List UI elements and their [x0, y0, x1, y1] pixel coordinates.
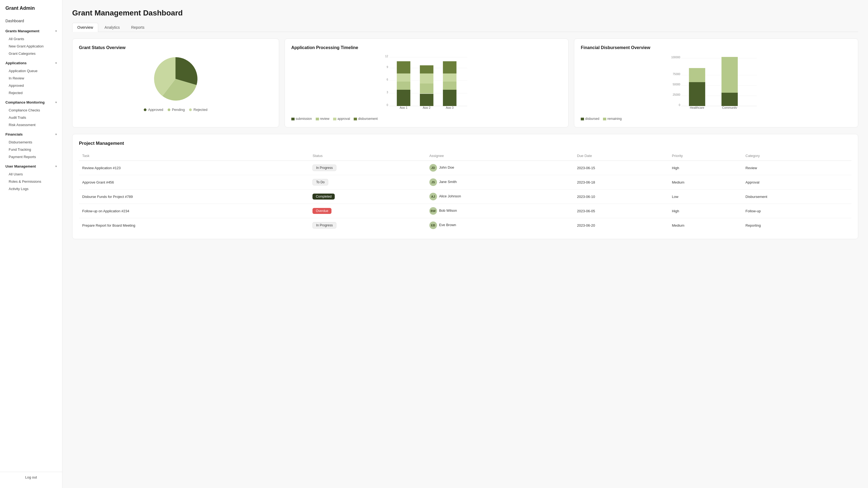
priority-cell-3: High [669, 204, 742, 218]
financial-disbursement-svg: 0 25000 50000 75000 100000 Healthcare [581, 55, 851, 109]
priority-cell-2: Low [669, 190, 742, 204]
bar-app1-approval [397, 73, 410, 82]
chevron-icon: ▾ [55, 133, 57, 136]
status-badge: Completed [312, 194, 335, 199]
sidebar-section-label-user-management: User Management [5, 164, 36, 168]
assignee-cell-4: EBEve Brown [426, 218, 574, 233]
legend-submission: submission [291, 117, 312, 121]
legend-disbursed: disbursed [581, 117, 599, 121]
svg-text:75000: 75000 [673, 73, 680, 76]
sidebar-section-label-applications: Applications [5, 61, 27, 65]
col-header-task: Task [79, 151, 309, 161]
bar-app1-review [397, 82, 410, 90]
sidebar-item-audit-trails[interactable]: Audit Trails [0, 114, 62, 121]
chevron-icon: ▾ [55, 165, 57, 168]
category-cell-1: Approval [742, 175, 851, 190]
bar-community-disbursed [721, 93, 738, 106]
assignee-name: Eve Brown [439, 223, 456, 227]
avatar: EB [429, 222, 437, 229]
pie-chart [151, 55, 200, 103]
main-content: Grant Management Dashboard OverviewAnaly… [62, 0, 868, 488]
table-row: Follow-up on Application #234OverdueBWBo… [79, 204, 851, 218]
sidebar-item-rejected[interactable]: Rejected [0, 89, 62, 97]
svg-text:50000: 50000 [673, 83, 680, 86]
sidebar-section-compliance-monitoring: Compliance Monitoring▾Compliance ChecksA… [0, 98, 62, 129]
processing-timeline-chart: 0 3 6 9 12 [291, 55, 562, 114]
bar-app3-submission [443, 90, 456, 106]
assignee-cell-1: JSJane Smith [426, 175, 574, 190]
logout-button[interactable]: Log out [0, 472, 62, 483]
avatar: JS [429, 178, 437, 186]
charts-row: Grant Status Overview Approved [72, 38, 858, 127]
table-header-row: TaskStatusAssigneeDue DatePriorityCatego… [79, 151, 851, 161]
priority-cell-1: Medium [669, 175, 742, 190]
svg-text:Healthcare: Healthcare [690, 106, 705, 109]
svg-text:12: 12 [385, 55, 388, 58]
assignee-name: Jane Smith [439, 180, 457, 184]
due-date-cell-4: 2023-06-20 [574, 218, 669, 233]
status-badge: In Progress [312, 222, 336, 229]
financial-disbursement-title: Financial Disbursement Overview [581, 45, 851, 50]
col-header-category: Category [742, 151, 851, 161]
sidebar-logo: Grant Admin [0, 5, 62, 17]
grant-status-title: Grant Status Overview [79, 45, 272, 50]
legend-label-pending: Pending [172, 108, 185, 112]
sidebar-item-compliance-checks[interactable]: Compliance Checks [0, 106, 62, 114]
category-cell-0: Review [742, 161, 851, 175]
sidebar-item-roles-permissions[interactable]: Roles & Permissions [0, 178, 62, 185]
processing-timeline-svg: 0 3 6 9 12 [291, 55, 562, 109]
tab-analytics[interactable]: Analytics [99, 23, 125, 32]
sidebar-item-grant-categories[interactable]: Grant Categories [0, 50, 62, 57]
processing-timeline-legend: submission review approval disbursement [291, 117, 562, 121]
sidebar-item-application-queue[interactable]: Application Queue [0, 67, 62, 74]
sidebar-item-disbursements[interactable]: Disbursements [0, 138, 62, 146]
bar-app1-submission [397, 90, 410, 106]
sidebar-section-header-applications[interactable]: Applications▾ [0, 59, 62, 67]
legend-review: review [316, 117, 330, 121]
tab-bar: OverviewAnalyticsReports [72, 23, 858, 32]
bar-app3-disbursement [443, 61, 456, 73]
col-header-assignee: Assignee [426, 151, 574, 161]
sidebar-item-fund-tracking[interactable]: Fund Tracking [0, 146, 62, 153]
category-cell-2: Disbursement [742, 190, 851, 204]
legend-label-rejected: Rejected [193, 108, 207, 112]
tab-reports[interactable]: Reports [126, 23, 150, 32]
sidebar-item-all-users[interactable]: All Users [0, 170, 62, 178]
page-title: Grant Management Dashboard [72, 9, 858, 18]
sidebar-item-payment-reports[interactable]: Payment Reports [0, 153, 62, 161]
sidebar-item-dashboard[interactable]: Dashboard [0, 17, 62, 25]
sidebar-section-header-compliance-monitoring[interactable]: Compliance Monitoring▾ [0, 98, 62, 106]
bar-app2-approval [420, 73, 433, 84]
sidebar-section-label-financials: Financials [5, 132, 23, 136]
svg-text:App 1: App 1 [400, 106, 407, 109]
sidebar-item-new-grant-application[interactable]: New Grant Application [0, 42, 62, 50]
assignee-name: Alice Johnson [439, 194, 461, 198]
table-row: Approve Grant #456To DoJSJane Smith2023-… [79, 175, 851, 190]
task-cell-0: Review Application #123 [79, 161, 309, 175]
task-cell-4: Prepare Report for Board Meeting [79, 218, 309, 233]
task-cell-1: Approve Grant #456 [79, 175, 309, 190]
sidebar-item-in-review[interactable]: In Review [0, 74, 62, 82]
sidebar-item-all-grants[interactable]: All Grants [0, 35, 62, 42]
chevron-icon: ▾ [55, 101, 57, 104]
task-cell-3: Follow-up on Application #234 [79, 204, 309, 218]
bar-app3-review [443, 82, 456, 90]
due-date-cell-2: 2023-06-10 [574, 190, 669, 204]
sidebar-item-activity-logs[interactable]: Activity Logs [0, 185, 62, 193]
due-date-cell-0: 2023-06-15 [574, 161, 669, 175]
sidebar-section-header-financials[interactable]: Financials▾ [0, 130, 62, 138]
category-cell-4: Reporting [742, 218, 851, 233]
svg-text:App 3: App 3 [446, 106, 454, 109]
sidebar-section-header-grants-management[interactable]: Grants Management▾ [0, 27, 62, 35]
sidebar-item-approved[interactable]: Approved [0, 82, 62, 89]
sidebar-section-user-management: User Management▾All UsersRoles & Permiss… [0, 162, 62, 193]
sidebar-item-risk-assessment[interactable]: Risk Assessment [0, 121, 62, 129]
svg-text:0: 0 [386, 104, 388, 106]
bar-app2-submission [420, 94, 433, 106]
sidebar-section-financials: Financials▾DisbursementsFund TrackingPay… [0, 130, 62, 161]
sidebar-section-header-user-management[interactable]: User Management▾ [0, 162, 62, 170]
grant-status-card: Grant Status Overview Approved [72, 38, 279, 127]
tab-overview[interactable]: Overview [72, 23, 98, 32]
svg-text:0: 0 [679, 104, 681, 106]
legend-dot-pending [167, 108, 170, 111]
